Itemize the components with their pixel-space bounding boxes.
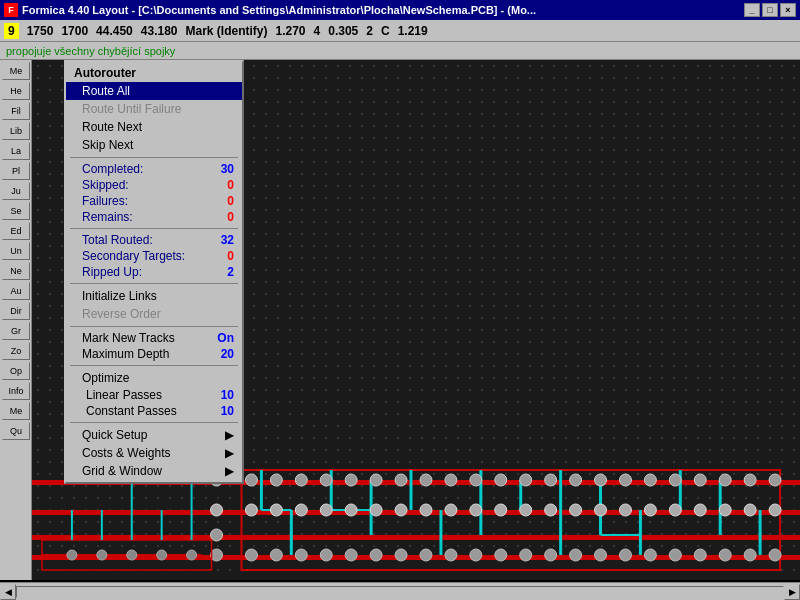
- max-depth-label: Maximum Depth: [82, 347, 169, 361]
- toolbar-x2: 1700: [61, 24, 88, 38]
- svg-point-52: [445, 504, 457, 516]
- svg-point-41: [719, 474, 731, 486]
- svg-point-50: [395, 504, 407, 516]
- stat-skipped-value: 0: [204, 178, 234, 192]
- svg-point-66: [245, 549, 257, 561]
- sidebar-gr[interactable]: Gr: [2, 322, 30, 340]
- route-next-item[interactable]: Route Next: [66, 118, 242, 136]
- sidebar-qu[interactable]: Qu: [2, 422, 30, 440]
- initialize-links-item[interactable]: Initialize Links: [66, 287, 242, 305]
- costs-weights-label: Costs & Weights: [82, 446, 170, 460]
- sidebar-he[interactable]: He: [2, 82, 30, 100]
- svg-point-31: [470, 474, 482, 486]
- svg-point-72: [395, 549, 407, 561]
- sidebar-se[interactable]: Se: [2, 202, 30, 220]
- title-controls[interactable]: _ □ ×: [744, 3, 796, 17]
- sidebar-la[interactable]: La: [2, 142, 30, 160]
- route-until-failure-item: Route Until Failure: [66, 100, 242, 118]
- linear-passes-value: 10: [221, 388, 234, 402]
- constant-passes-label: Constant Passes: [82, 404, 177, 418]
- costs-weights-arrow: ▶: [225, 446, 234, 460]
- stat-remains-value: 0: [204, 210, 234, 224]
- sidebar-ju[interactable]: Ju: [2, 182, 30, 200]
- sidebar-dir[interactable]: Dir: [2, 302, 30, 320]
- stat-ripped-value: 2: [204, 265, 234, 279]
- toolbar-layer: C: [381, 24, 390, 38]
- svg-point-60: [644, 504, 656, 516]
- max-depth-value: 20: [221, 347, 234, 361]
- sidebar-au[interactable]: Au: [2, 282, 30, 300]
- separator-5: [70, 365, 238, 366]
- scroll-left-button[interactable]: ◀: [0, 584, 16, 600]
- svg-point-76: [495, 549, 507, 561]
- svg-point-71: [370, 549, 382, 561]
- svg-point-42: [744, 474, 756, 486]
- maximize-button[interactable]: □: [762, 3, 778, 17]
- svg-point-70: [345, 549, 357, 561]
- stat-skipped-label: Skipped:: [82, 178, 129, 192]
- skip-next-item[interactable]: Skip Next: [66, 136, 242, 154]
- main-area: Me He Fil Lib La Pl Ju Se Ed Un Ne Au Di…: [0, 60, 800, 580]
- svg-point-78: [545, 549, 557, 561]
- svg-point-37: [619, 474, 631, 486]
- svg-point-55: [520, 504, 532, 516]
- sidebar-zo[interactable]: Zo: [2, 342, 30, 360]
- sidebar-me2[interactable]: Me: [2, 402, 30, 420]
- quick-setup-item[interactable]: Quick Setup ▶: [66, 426, 242, 444]
- constant-passes-value: 10: [221, 404, 234, 418]
- svg-point-68: [295, 549, 307, 561]
- svg-point-86: [744, 549, 756, 561]
- minimize-button[interactable]: _: [744, 3, 760, 17]
- sidebar-un[interactable]: Un: [2, 242, 30, 260]
- svg-point-77: [520, 549, 532, 561]
- svg-point-54: [495, 504, 507, 516]
- svg-point-67: [270, 549, 282, 561]
- svg-point-80: [595, 549, 607, 561]
- sidebar-op[interactable]: Op: [2, 362, 30, 380]
- svg-point-32: [495, 474, 507, 486]
- sidebar-pl[interactable]: Pl: [2, 162, 30, 180]
- separator-3: [70, 283, 238, 284]
- svg-point-64: [744, 504, 756, 516]
- costs-weights-item[interactable]: Costs & Weights ▶: [66, 444, 242, 462]
- svg-point-40: [694, 474, 706, 486]
- svg-point-48: [345, 504, 357, 516]
- separator-6: [70, 422, 238, 423]
- svg-point-89: [211, 504, 223, 516]
- svg-point-33: [520, 474, 532, 486]
- bottom-scrollbar[interactable]: ◀ ▶: [0, 582, 800, 600]
- svg-point-46: [295, 504, 307, 516]
- grid-window-arrow: ▶: [225, 464, 234, 478]
- svg-point-61: [669, 504, 681, 516]
- grid-window-item[interactable]: Grid & Window ▶: [66, 462, 242, 480]
- route-all-item[interactable]: Route All: [66, 82, 242, 100]
- sidebar-ne[interactable]: Ne: [2, 262, 30, 280]
- toolbar-v3: 0.305: [328, 24, 358, 38]
- svg-point-51: [420, 504, 432, 516]
- svg-point-39: [669, 474, 681, 486]
- svg-point-73: [420, 549, 432, 561]
- separator-2: [70, 228, 238, 229]
- toolbar-v4: 2: [366, 24, 373, 38]
- stat-ripped-label: Ripped Up:: [82, 265, 142, 279]
- stat-secondary-label: Secondary Targets:: [82, 249, 185, 263]
- svg-point-57: [570, 504, 582, 516]
- close-button[interactable]: ×: [780, 3, 796, 17]
- svg-point-47: [320, 504, 332, 516]
- svg-point-91: [211, 549, 223, 561]
- optimize-item[interactable]: Optimize: [66, 369, 242, 387]
- sidebar-lib[interactable]: Lib: [2, 122, 30, 140]
- svg-point-35: [570, 474, 582, 486]
- scroll-right-button[interactable]: ▶: [784, 584, 800, 600]
- toolbar-x1: 1750: [27, 24, 54, 38]
- sidebar-fil[interactable]: Fil: [2, 102, 30, 120]
- svg-point-49: [370, 504, 382, 516]
- stat-skipped: Skipped: 0: [66, 177, 242, 193]
- scroll-track[interactable]: [16, 586, 784, 598]
- sidebar-me[interactable]: Me: [2, 62, 30, 80]
- svg-point-74: [445, 549, 457, 561]
- sidebar-ed[interactable]: Ed: [2, 222, 30, 240]
- stat-total-routed-value: 32: [204, 233, 234, 247]
- svg-point-43: [769, 474, 781, 486]
- sidebar-info[interactable]: Info: [2, 382, 30, 400]
